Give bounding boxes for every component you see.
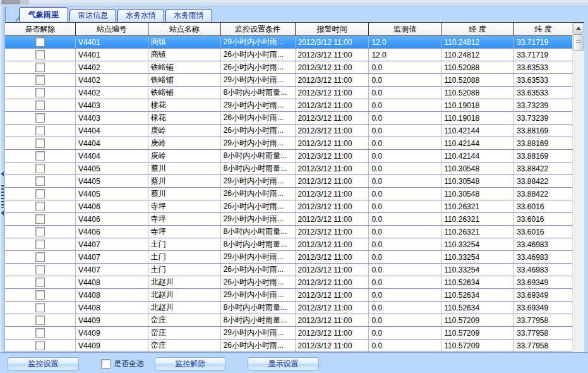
row-cell-longitude: 110.30548	[441, 162, 514, 174]
release-checkbox[interactable]	[35, 214, 45, 224]
release-checkbox[interactable]	[35, 37, 45, 47]
monitor-release-button[interactable]: 监控解除	[155, 357, 226, 370]
table-row[interactable]: V4403棣花29小时内小时雨...2012/3/12 11:000.0110.…	[5, 99, 572, 112]
scrollbar-thumb[interactable]	[573, 34, 584, 51]
table-row[interactable]: V4404庚岭8小时内小时雨量...2012/3/12 11:000.0110.…	[5, 150, 572, 162]
column-header-7[interactable]: 经 度	[441, 23, 514, 35]
tab-3[interactable]: 水务水情	[117, 9, 164, 21]
table-row[interactable]: V4402铁峪铺29小时内小时雨...2012/3/12 11:000.0110…	[5, 74, 572, 87]
release-checkbox[interactable]	[35, 341, 45, 350]
row-cell-station_id: V4403	[76, 99, 148, 111]
column-header-8[interactable]: 纬 度	[514, 23, 572, 35]
release-checkbox[interactable]	[35, 151, 45, 161]
display-settings-button[interactable]: 显示设置	[248, 357, 319, 370]
table-row[interactable]: V4405蔡川8小时内小时雨量...2012/3/12 11:000.0110.…	[5, 162, 572, 175]
row-cell-condition: 29小时内小时雨...	[221, 36, 296, 48]
release-checkbox[interactable]	[35, 50, 45, 59]
release-checkbox[interactable]	[35, 113, 45, 123]
splitter-drag-handle[interactable]	[1, 185, 4, 208]
release-checkbox[interactable]	[35, 189, 45, 199]
table-row[interactable]: V4408北赵川29小时内小时雨...2012/3/12 11:000.0110…	[5, 289, 572, 302]
release-checkbox[interactable]	[35, 101, 45, 110]
column-header-4[interactable]: 监控设置条件	[221, 23, 296, 35]
release-checkbox[interactable]	[35, 88, 45, 97]
row-cell-condition: 29小时内小时雨...	[221, 137, 296, 149]
collapse-left-icon[interactable]	[1, 171, 4, 176]
tab-2[interactable]: 雷达信息	[69, 9, 116, 21]
release-checkbox[interactable]	[35, 290, 45, 300]
table-row[interactable]: V4408北赵川26小时内小时雨...2012/3/12 11:000.0110…	[5, 276, 572, 289]
column-header-6[interactable]: 监测值	[369, 23, 441, 35]
row-cell-value: 0.0	[369, 264, 441, 276]
table-header-row: 是否解除站点编号站点名称监控设置条件报警时间监测值经 度纬 度	[5, 23, 572, 36]
table-row[interactable]: V4407土门29小时内小时雨...2012/3/12 11:000.0110.…	[5, 251, 572, 264]
row-cell-alarm_time: 2012/3/12 11:00	[296, 289, 369, 301]
row-cell-station_name: 土门	[148, 264, 221, 276]
table-row[interactable]: V4403棣花26小时内小时雨...2012/3/12 11:000.0110.…	[5, 112, 572, 125]
tab-1[interactable]: 气象雨里	[19, 7, 68, 21]
table-row[interactable]: V4402铁峪铺8小时内小时雨量...2012/3/12 11:000.0110…	[5, 87, 572, 99]
release-checkbox[interactable]	[35, 75, 45, 85]
column-header-2[interactable]: 站点编号	[76, 23, 148, 35]
column-header-1[interactable]: 是否解除	[5, 23, 76, 35]
table-row[interactable]: V4405蔡川26小时内小时雨...2012/3/12 11:000.0110.…	[5, 188, 572, 200]
table-row[interactable]: V4409峦庄26小时内小时雨...2012/3/12 11:000.0110.…	[5, 339, 572, 352]
release-checkbox[interactable]	[35, 176, 45, 186]
tab-4[interactable]: 水务雨情	[165, 9, 212, 21]
row-cell-longitude: 110.30548	[441, 188, 514, 200]
collapse-left-icon[interactable]	[1, 211, 4, 216]
row-cell-latitude: 33.69349	[514, 302, 572, 314]
release-checkbox[interactable]	[35, 126, 45, 135]
row-cell-station_name: 商镇	[148, 36, 221, 48]
release-checkbox[interactable]	[35, 252, 45, 262]
table-row[interactable]: V4404庚岭29小时内小时雨...2012/3/12 11:000.0110.…	[5, 137, 572, 150]
release-checkbox[interactable]	[35, 63, 45, 72]
release-checkbox[interactable]	[35, 303, 45, 312]
release-checkbox[interactable]	[35, 227, 45, 236]
table-row[interactable]: V4404庚岭26小时内小时雨...2012/3/12 11:000.0110.…	[5, 125, 572, 137]
row-cell-checkbox	[5, 339, 76, 352]
row-cell-value: 0.0	[369, 213, 441, 225]
table-row[interactable]: V4406寺坪26小时内小时雨...2012/3/12 11:000.0110.…	[5, 200, 572, 213]
table-row[interactable]: V4405蔡川29小时内小时雨...2012/3/12 11:000.0110.…	[5, 175, 572, 188]
row-cell-station_name: 北赵川	[148, 289, 221, 301]
release-checkbox[interactable]	[35, 240, 45, 249]
row-cell-station_id: V4407	[76, 251, 148, 263]
table-row[interactable]: V4401商镇26小时内小时雨...2012/3/12 11:0012.0110…	[5, 49, 572, 61]
table-row[interactable]: V4407土门26小时内小时雨...2012/3/12 11:000.0110.…	[5, 264, 572, 276]
window-control-blob	[1, 0, 20, 4]
row-cell-latitude: 33.88169	[514, 137, 572, 149]
column-header-3[interactable]: 站点名称	[148, 23, 221, 35]
table-row[interactable]: V4406寺坪8小时内小时雨量...2012/3/12 11:000.0110.…	[5, 226, 572, 238]
release-checkbox[interactable]	[35, 164, 45, 173]
release-checkbox[interactable]	[35, 202, 45, 211]
table-row[interactable]: V4408北赵川8小时内小时雨量...2012/3/12 11:000.0110…	[5, 302, 572, 314]
row-cell-latitude: 33.73239	[514, 99, 572, 111]
release-checkbox[interactable]	[35, 278, 45, 287]
vertical-scrollbar[interactable]	[572, 23, 584, 353]
row-cell-longitude: 110.19018	[441, 99, 514, 111]
table-row[interactable]: V4406寺坪29小时内小时雨...2012/3/12 11:000.0110.…	[5, 213, 572, 226]
row-cell-value: 0.0	[369, 339, 441, 352]
row-cell-latitude: 33.77958	[514, 327, 572, 339]
row-cell-value: 0.0	[369, 112, 441, 124]
row-cell-value: 0.0	[369, 175, 441, 187]
table-row[interactable]: V4409峦庄29小时内小时雨...2012/3/12 11:000.0110.…	[5, 327, 572, 339]
row-cell-alarm_time: 2012/3/12 11:00	[296, 162, 369, 174]
table-row[interactable]: V4401商镇29小时内小时雨...2012/3/12 11:0012.0110…	[5, 36, 572, 49]
release-checkbox[interactable]	[35, 315, 45, 325]
row-cell-longitude: 110.33254	[441, 264, 514, 276]
release-checkbox[interactable]	[35, 328, 45, 338]
monitor-settings-button[interactable]: 监控设置	[8, 357, 79, 370]
table-row[interactable]: V4409峦庄8小时内小时雨量...2012/3/12 11:000.0110.…	[5, 314, 572, 327]
column-header-5[interactable]: 报警时间	[296, 23, 369, 35]
release-checkbox[interactable]	[35, 265, 45, 274]
table-row[interactable]: V4402铁峪铺26小时内小时雨...2012/3/12 11:000.0110…	[5, 61, 572, 74]
row-cell-latitude: 33.77958	[514, 314, 572, 326]
row-cell-checkbox	[5, 175, 76, 187]
scroll-up-button[interactable]	[573, 23, 584, 34]
row-cell-condition: 26小时内小时雨...	[221, 112, 296, 124]
release-checkbox[interactable]	[35, 138, 45, 148]
select-all-checkbox[interactable]	[101, 359, 111, 369]
table-row[interactable]: V4407土门8小时内小时雨量...2012/3/12 11:000.0110.…	[5, 238, 572, 251]
